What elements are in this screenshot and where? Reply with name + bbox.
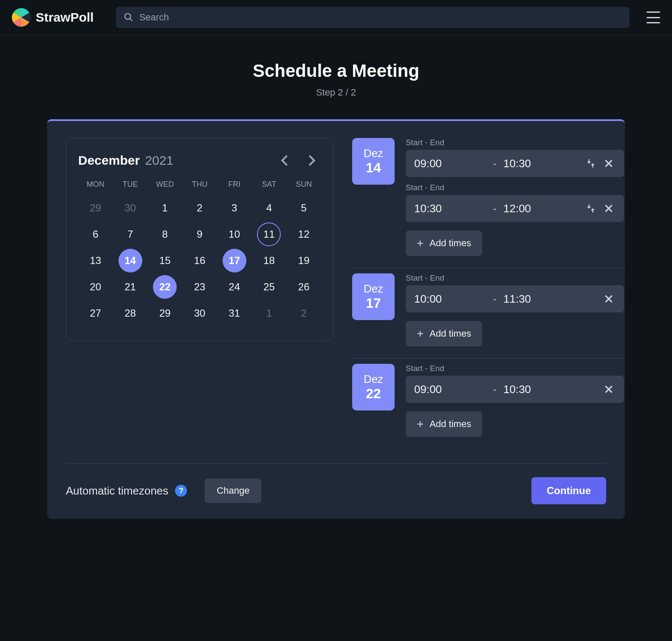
calendar-day[interactable]: 8 [147, 221, 182, 247]
calendar-day[interactable]: 12 [286, 221, 321, 247]
change-timezone-button[interactable]: Change [205, 478, 261, 503]
svg-line-2 [130, 19, 132, 21]
next-month-button[interactable] [302, 151, 321, 170]
main-card: December 2021 MONTUEWEDTHUFRISAT [47, 119, 625, 519]
calendar-dow: TUE [113, 180, 148, 195]
date-badge: Dez22 [352, 364, 395, 410]
calendar-day[interactable]: 5 [286, 195, 321, 221]
slot-label: Start - End [406, 183, 624, 192]
end-time-input[interactable]: 12:00 [503, 202, 576, 215]
calendar-day[interactable]: 21 [113, 274, 148, 300]
start-time-input[interactable]: 09:00 [414, 157, 486, 170]
date-badge-day: 17 [366, 295, 381, 311]
remove-slot-icon[interactable] [602, 292, 616, 306]
app-header: StrawPoll [0, 0, 672, 35]
calendar-day[interactable]: 20 [78, 274, 113, 300]
end-time-input[interactable]: 10:30 [503, 383, 576, 396]
remove-slot-icon[interactable] [602, 382, 616, 396]
calendar-day[interactable]: 1 [252, 300, 287, 326]
time-separator: - [491, 293, 499, 305]
calendar-day[interactable]: 19 [286, 247, 321, 274]
calendar-day[interactable]: 15 [147, 247, 182, 274]
add-times-button[interactable]: +Add times [406, 231, 482, 256]
calendar-day[interactable]: 23 [182, 274, 217, 300]
search-box[interactable] [116, 7, 630, 28]
menu-icon[interactable] [647, 11, 660, 23]
calendar-day[interactable]: 11 [252, 221, 287, 247]
slot-label: Start - End [406, 364, 624, 373]
remove-slot-icon[interactable] [602, 157, 616, 170]
plus-icon: + [417, 328, 424, 340]
calendar-dow: SAT [252, 180, 287, 195]
calendar-day[interactable]: 30 [182, 300, 217, 326]
calendar-day[interactable]: 29 [147, 300, 182, 326]
svg-point-1 [125, 14, 131, 20]
card-footer: Automatic timezones ? Change Continue [66, 463, 606, 504]
start-time-input[interactable]: 09:00 [414, 383, 486, 396]
start-time-input[interactable]: 10:30 [414, 202, 486, 215]
date-badge-month: Dez [364, 147, 383, 160]
calendar-dow: MON [78, 180, 113, 195]
brand-name: StrawPoll [36, 10, 94, 25]
calendar-day[interactable]: 27 [78, 300, 113, 326]
plus-icon: + [417, 418, 424, 430]
date-badge-day: 14 [366, 160, 381, 176]
calendar-day[interactable]: 22 [147, 274, 182, 300]
date-badge-month: Dez [364, 373, 383, 386]
date-badge-day: 22 [366, 386, 381, 402]
date-badge-month: Dez [364, 282, 383, 295]
calendar-day[interactable]: 14 [113, 247, 148, 274]
slot-label: Start - End [406, 138, 624, 147]
calendar-day[interactable]: 28 [113, 300, 148, 326]
calendar-day[interactable]: 18 [252, 247, 287, 274]
start-time-input[interactable]: 10:00 [414, 292, 486, 306]
calendar-month: December [78, 153, 140, 167]
calendar-day[interactable]: 13 [78, 247, 113, 274]
copy-slot-icon[interactable] [584, 202, 598, 215]
add-times-button[interactable]: +Add times [406, 411, 482, 437]
help-icon[interactable]: ? [175, 485, 187, 497]
calendar-day[interactable]: 25 [252, 274, 287, 300]
calendar-day[interactable]: 29 [78, 195, 113, 221]
continue-button[interactable]: Continue [531, 477, 606, 504]
date-badge: Dez17 [352, 273, 395, 320]
search-container [116, 7, 630, 28]
calendar-day[interactable]: 6 [78, 221, 113, 247]
calendar-dow: FRI [217, 180, 252, 195]
calendar-panel: December 2021 MONTUEWEDTHUFRISAT [66, 138, 333, 449]
calendar-day[interactable]: 1 [147, 195, 182, 221]
copy-slot-icon[interactable] [584, 157, 598, 170]
calendar-dow: WED [147, 180, 182, 195]
calendar-day[interactable]: 10 [217, 221, 252, 247]
calendar-day[interactable]: 7 [113, 221, 148, 247]
time-slot: 09:00-10:30 [406, 376, 624, 403]
calendar-day[interactable]: 2 [286, 300, 321, 326]
calendar-day[interactable]: 31 [217, 300, 252, 326]
calendar-day[interactable]: 16 [182, 247, 217, 274]
end-time-input[interactable]: 11:30 [503, 292, 576, 306]
calendar-day[interactable]: 4 [252, 195, 287, 221]
search-input[interactable] [139, 12, 622, 23]
brand-logo[interactable]: StrawPoll [12, 8, 94, 27]
remove-slot-icon[interactable] [602, 202, 616, 215]
calendar-day[interactable]: 2 [182, 195, 217, 221]
end-time-input[interactable]: 10:30 [503, 157, 576, 170]
calendar-day[interactable]: 9 [182, 221, 217, 247]
calendar-day[interactable]: 30 [113, 195, 148, 221]
calendar-day[interactable]: 26 [286, 274, 321, 300]
time-separator: - [491, 157, 499, 169]
calendar-year: 2021 [145, 153, 174, 167]
add-times-button[interactable]: +Add times [406, 321, 482, 346]
slot-label: Start - End [406, 273, 624, 283]
prev-month-button[interactable] [275, 151, 294, 170]
date-group: Dez22Start - End09:00-10:30+Add times [352, 359, 624, 449]
calendar-day[interactable]: 24 [217, 274, 252, 300]
calendar-day[interactable]: 3 [217, 195, 252, 221]
logo-icon [12, 8, 31, 27]
page-header: Schedule a Meeting Step 2 / 2 [0, 61, 672, 98]
plus-icon: + [417, 237, 424, 249]
calendar-day[interactable]: 17 [217, 247, 252, 274]
date-badge: Dez14 [352, 138, 395, 185]
calendar-title: December 2021 [78, 153, 173, 168]
calendar-dow: SUN [286, 180, 321, 195]
